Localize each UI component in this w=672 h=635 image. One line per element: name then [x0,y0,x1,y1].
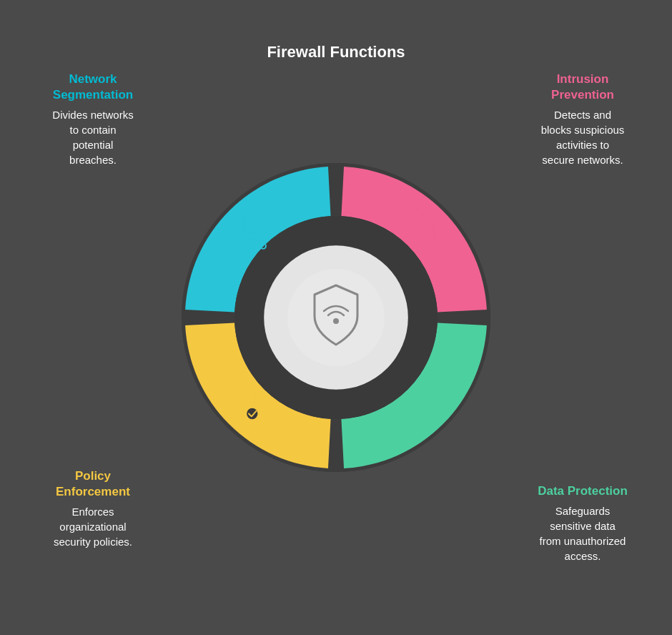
ip-desc: Detects andblocks suspiciousactivities t… [508,107,658,167]
svg-point-19 [427,219,430,222]
pe-title: PolicyEnforcement [21,468,164,500]
ns-desc: Divides networksto containpotentialbreac… [21,107,164,167]
main-container: Firewall Functions NetworkSegmentation D… [0,0,672,635]
svg-point-28 [246,408,258,420]
dp-desc: Safeguardssensitive datafrom unauthorize… [508,503,658,563]
dp-title: Data Protection [508,483,658,499]
center-shield [286,267,386,368]
label-intrusion-prevention: IntrusionPrevention Detects andblocks su… [508,72,658,167]
shield-svg [286,267,386,368]
label-network-segmentation: NetworkSegmentation Divides networksto c… [21,72,164,167]
ns-title: NetworkSegmentation [21,72,164,103]
label-policy-enforcement: PolicyEnforcement Enforcesorganizational… [21,468,164,549]
svg-point-29 [287,269,385,366]
svg-point-17 [414,204,418,208]
donut-chart [164,146,508,489]
pe-desc: Enforcesorganizationalsecurity policies. [21,504,164,549]
svg-point-18 [421,219,425,222]
svg-point-30 [333,318,339,324]
label-data-protection: Data Protection Safeguardssensitive data… [508,483,658,563]
page-title: Firewall Functions [267,43,405,61]
ip-title: IntrusionPrevention [508,72,658,103]
